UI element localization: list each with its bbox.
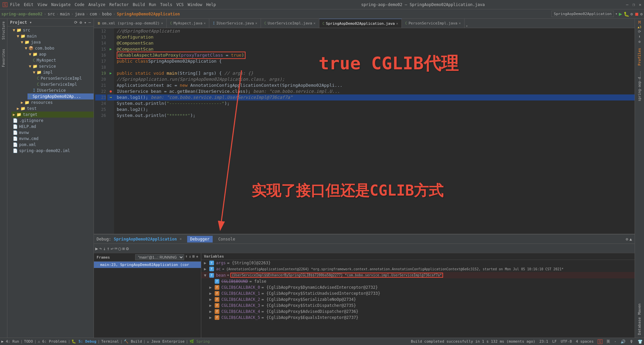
minimize-btn[interactable]: — [626,2,628,7]
debug-session-close[interactable]: × [179,237,182,241]
more-tabs-btn[interactable]: ▾ [465,24,469,28]
debug-btn[interactable]: 🐛 [624,11,629,17]
tab-iuserservice[interactable]: I IUserService.java × [209,19,261,28]
tree-item-userserviceimpl[interactable]: C UserServiceImpl [36,81,94,87]
menu-vcs[interactable]: VCS [176,2,184,7]
menu-window[interactable]: Window [187,2,202,7]
tree-item-service[interactable]: ▼ 📁 service [28,63,94,69]
menu-run[interactable]: Run [149,2,156,7]
tree-item-combobo[interactable]: ▼ 📦 com.bobo [23,45,94,51]
step-out-icon[interactable]: ↑ [107,246,109,251]
frame-down-icon[interactable]: ↓ [189,254,191,260]
var-cglib-callback-0[interactable]: ▶ f CGLIB$CALLBACK_0 = {CglibAopProxy$Dy… [207,284,635,290]
tree-item-target[interactable]: ▶ 📁 target [11,112,94,118]
menu-tools[interactable]: Tools [160,2,172,7]
bottom-java-enterprise-btn[interactable]: ☕ Java Enterprise [147,339,185,344]
tree-item-helpmd[interactable]: 📄 HELP.md [11,124,94,130]
maven-tab-label[interactable]: Maven [636,302,643,316]
stop-btn[interactable]: ⏹ [634,11,639,17]
menu-build[interactable]: Build [133,2,145,7]
breakpoint-22[interactable]: ● [107,88,114,94]
menu-code[interactable]: Code [75,2,85,7]
profiles-label[interactable]: Profiles [636,47,643,67]
database-tab-label[interactable]: Database [636,316,643,336]
settings-btn[interactable]: ⚙ [640,12,643,16]
tree-item-mvnwcmd[interactable]: 📄 mvnw.cmd [11,136,94,142]
sync-icon[interactable]: ⟳ [74,20,77,25]
var-bean[interactable]: ▼ f bean = {UserServiceImpl$$EnhancerByS… [201,272,635,278]
bottom-terminal-btn[interactable]: Terminal [101,339,119,344]
tree-item-myaspect[interactable]: C MyAspect [32,57,94,63]
var-cglib-callback-2[interactable]: ▶ f CGLIB$CALLBACK_2 = {CglibAopProxy$Se… [207,296,635,302]
evaluate-icon[interactable]: ⌨ [114,246,117,251]
tree-item-main[interactable]: ▼ 📁 main [15,33,94,39]
bottom-spring-btn[interactable]: 🌿 Spring [190,339,210,344]
coverage-btn[interactable]: ⚙ [631,12,633,16]
maximize-btn[interactable]: ❐ [633,2,635,7]
bottom-build-btn[interactable]: 🔨 Build [124,339,142,344]
tree-item-springaopdemo02app[interactable]: C SpringAopDemo02Ap... [28,93,94,99]
menu-analyze[interactable]: Analyze [88,2,105,7]
tab-omxml[interactable]: 🗎 om.xml (spring-aop-demo02) × [94,19,167,28]
bottom-debug-btn[interactable]: 🐛 5: Debug [71,339,96,344]
menu-edit[interactable]: Edit [24,2,34,7]
get-thread-dump-icon[interactable]: ≡ [122,246,125,251]
gear-icon[interactable]: ⚙ [79,20,82,25]
gear2-icon[interactable]: ✦ [84,20,87,25]
menu-help[interactable]: Help [206,2,216,7]
run-gutter-19[interactable]: ▶ [107,70,114,76]
bottom-run-btn[interactable]: ▶ 4: Run [1,339,19,344]
tree-item-iuserservice[interactable]: I IUserService [32,87,94,93]
frame-up-icon[interactable]: ↑ [185,254,188,260]
debug-settings-icon[interactable]: ⚙ [626,237,628,242]
var-ac[interactable]: ▶ f ac = {AnnotationConfigApplicationCon… [201,266,635,272]
tree-item-java[interactable]: ▼ 📁 java [19,39,94,45]
var-cglib-bound[interactable]: f CGLIB$BOUND = false [207,278,635,284]
tree-item-test[interactable]: ▶ 📁 test [15,106,94,112]
tree-item-aop[interactable]: ▼ 📁 aop [28,51,94,57]
frame-add-icon[interactable]: + [196,254,198,260]
var-cglib-callback-4[interactable]: ▶ f CGLIB$CALLBACK_4 = {CglibAopProxy$Ad… [207,308,635,315]
maven-download-icon[interactable]: ⬇ [638,34,641,39]
menu-file[interactable]: File [10,2,20,7]
step-into-icon[interactable]: ↓ [103,246,106,251]
thread-selector[interactable]: "main"@1...: RUNNING [135,254,184,260]
tree-item-gitignore[interactable]: 📄 .gitignore [11,118,94,124]
menu-refactor[interactable]: Refactor [109,2,129,7]
var-cglib-callback-3[interactable]: ▶ f CGLIB$CALLBACK_3 = {CglibAopProxy$St… [207,302,635,308]
var-cglib-callback-1[interactable]: ▶ f CGLIB$CALLBACK_1 = {CglibAopProxy$St… [207,290,635,296]
bottom-problems-btn[interactable]: ⚠ 6: Problems [38,339,67,344]
menu-view[interactable]: View [38,2,47,7]
run-config-selector[interactable]: SpringAopDemo02Application [551,11,614,17]
run-gutter-15[interactable]: ▶ [107,46,114,52]
run-btn[interactable]: ▶ [619,11,622,17]
bottom-todo-btn[interactable]: TODO [24,339,33,344]
debug-tab-debugger[interactable]: Debugger [187,236,213,243]
minus-icon[interactable]: — [89,20,91,25]
step-over-icon[interactable]: ↷ [99,246,102,251]
tab-personserviceimpl[interactable]: C PersonServiceImpl.java × [402,19,465,28]
tree-item-resources[interactable]: ▶ 📁 resources [19,99,94,106]
structure-tab[interactable]: Structure [2,21,5,40]
tab-myaspect[interactable]: C MyAspect.java × [167,19,209,28]
maven-expand-icon[interactable]: ⟳ [638,29,641,34]
tree-item-pomxml[interactable]: 📄 pom.xml [11,142,94,148]
tree-item-personserviceimpl[interactable]: C PersonServiceImpl [36,75,94,81]
debug-tab-console[interactable]: Console [215,236,238,243]
tree-item-mvnw[interactable]: 📄 mvnw [11,130,94,136]
favorites-tab[interactable]: Favorites [2,49,5,67]
var-cglib-callback-5[interactable]: ▶ f CGLIB$CALLBACK_5 = {CglibAopProxy$Eq… [207,315,635,321]
tree-item-impl[interactable]: ▼ 📁 impl [32,69,94,75]
frame-filter-icon[interactable]: ⊞ [193,254,195,260]
tab-springaopdemo02application[interactable]: C SpringAopDemo02Application.java × [319,19,402,28]
tab-userserviceimpl[interactable]: C UserServiceImpl.java × [261,19,319,28]
mute-breakpoints-icon[interactable]: ○ [118,246,121,251]
maven-settings-icon[interactable]: ⚙ [638,40,641,44]
run-to-cursor-icon[interactable]: ↩ [111,246,113,251]
var-args[interactable]: ▶ f args = {String[0]@2263} [201,260,635,266]
close-btn[interactable]: ✕ [639,2,641,7]
debug-expand-icon[interactable]: ▲ [630,237,632,242]
tree-item-src[interactable]: ▼ 📁 src [11,27,94,33]
menu-navigate[interactable]: Navigate [51,2,71,7]
settings-icon[interactable]: ⚙ [126,246,129,251]
